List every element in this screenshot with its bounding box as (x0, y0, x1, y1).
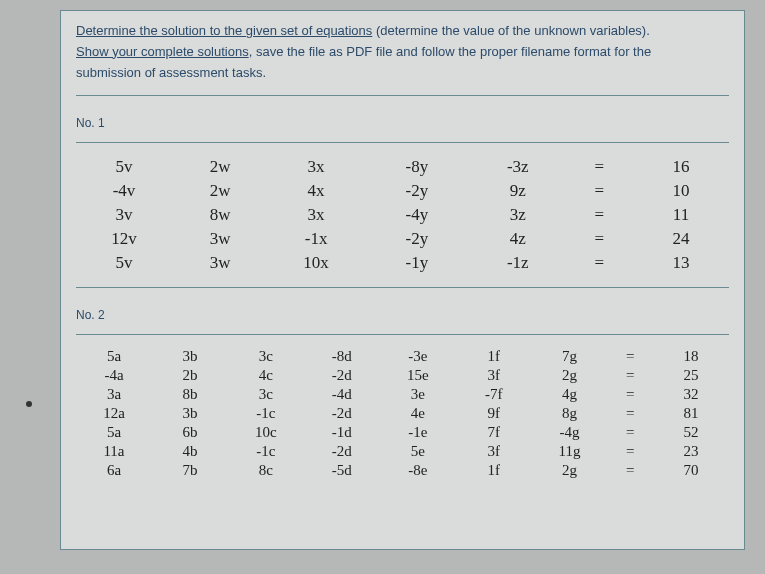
equation-term: 4g (532, 386, 608, 403)
equation-row: -4v2w4x-2y9z=10 (76, 179, 729, 203)
equation-term: 3f (456, 443, 532, 460)
equation-term: 2g (532, 462, 608, 479)
equation-term: 12v (76, 229, 172, 249)
equation-term: 2w (172, 157, 268, 177)
equation-term: -7f (456, 386, 532, 403)
equation-term: 24 (633, 229, 729, 249)
equation-term: 4b (152, 443, 228, 460)
section-2-label: No. 2 (76, 308, 729, 322)
equation-term: 3w (172, 253, 268, 273)
equation-term: -1c (228, 443, 304, 460)
equation-term: -8e (380, 462, 456, 479)
equation-term: -8y (364, 157, 470, 177)
equation-term: 5e (380, 443, 456, 460)
equation-term: 5a (76, 424, 152, 441)
equation-term: 10x (268, 253, 364, 273)
equation-row: 5v3w10x-1y-1z=13 (76, 251, 729, 275)
equation-term: 11 (633, 205, 729, 225)
equation-term: 6a (76, 462, 152, 479)
equation-row: 6a7b8c-5d-8e1f2g=70 (76, 461, 729, 480)
equation-term: -4a (76, 367, 152, 384)
equation-term: 4x (268, 181, 364, 201)
equals-sign: = (608, 405, 654, 422)
equation-term: -1x (268, 229, 364, 249)
equation-term: 3z (470, 205, 566, 225)
separator (76, 287, 729, 288)
equation-term: -2d (304, 405, 380, 422)
instruction-text-2: Show your complete solutions (76, 44, 249, 59)
equation-term: 8b (152, 386, 228, 403)
equation-term: 11g (532, 443, 608, 460)
equation-term: -2y (364, 181, 470, 201)
equation-term: 11a (76, 443, 152, 460)
equation-row: 11a4b-1c-2d5e3f11g=23 (76, 442, 729, 461)
equation-term: 10c (228, 424, 304, 441)
equation-term: 8g (532, 405, 608, 422)
equation-term: 3c (228, 348, 304, 365)
equation-term: 3f (456, 367, 532, 384)
equation-term: 5v (76, 253, 172, 273)
equation-term: 15e (380, 367, 456, 384)
equation-term: -2d (304, 367, 380, 384)
equation-term: 13 (633, 253, 729, 273)
equation-set-1: 5v2w3x-8y-3z=16-4v2w4x-2y9z=103v8w3x-4y3… (76, 155, 729, 275)
equation-term: 3v (76, 205, 172, 225)
equation-term: 2g (532, 367, 608, 384)
equals-sign: = (566, 181, 633, 201)
equation-term: -2d (304, 443, 380, 460)
equation-term: 10 (633, 181, 729, 201)
equation-term: 3e (380, 386, 456, 403)
equation-term: 2w (172, 181, 268, 201)
equals-sign: = (566, 229, 633, 249)
equation-term: 9f (456, 405, 532, 422)
equation-term: 23 (653, 443, 729, 460)
equals-sign: = (608, 348, 654, 365)
equation-row: 5a6b10c-1d-1e7f-4g=52 (76, 423, 729, 442)
equation-term: -4y (364, 205, 470, 225)
equation-term: 8c (228, 462, 304, 479)
equals-sign: = (608, 367, 654, 384)
equation-term: 1f (456, 462, 532, 479)
equation-term: -4d (304, 386, 380, 403)
equation-term: 7g (532, 348, 608, 365)
separator (76, 334, 729, 335)
equation-term: -5d (304, 462, 380, 479)
equation-term: 16 (633, 157, 729, 177)
equation-term: 7f (456, 424, 532, 441)
equation-term: 32 (653, 386, 729, 403)
equation-row: -4a2b4c-2d15e3f2g=25 (76, 366, 729, 385)
equation-term: 7b (152, 462, 228, 479)
equation-term: 52 (653, 424, 729, 441)
equation-term: 3w (172, 229, 268, 249)
equation-term: 8w (172, 205, 268, 225)
equation-term: 81 (653, 405, 729, 422)
equals-sign: = (566, 157, 633, 177)
equation-term: 70 (653, 462, 729, 479)
document-page: Determine the solution to the given set … (60, 10, 745, 550)
equation-term: -2y (364, 229, 470, 249)
instruction-text-3: submission of assessment tasks. (76, 65, 266, 80)
equation-term: 5v (76, 157, 172, 177)
equation-term: 25 (653, 367, 729, 384)
equation-term: -4v (76, 181, 172, 201)
equation-term: 12a (76, 405, 152, 422)
equation-row: 3v8w3x-4y3z=11 (76, 203, 729, 227)
equation-row: 5a3b3c-8d-3e1f7g=18 (76, 347, 729, 366)
equation-term: 3x (268, 205, 364, 225)
equation-term: -1y (364, 253, 470, 273)
equation-row: 12a3b-1c-2d4e9f8g=81 (76, 404, 729, 423)
equals-sign: = (566, 253, 633, 273)
equation-term: 4z (470, 229, 566, 249)
equation-term: -8d (304, 348, 380, 365)
equals-sign: = (608, 386, 654, 403)
equals-sign: = (608, 443, 654, 460)
equation-set-2: 5a3b3c-8d-3e1f7g=18-4a2b4c-2d15e3f2g=253… (76, 347, 729, 480)
equation-term: -3z (470, 157, 566, 177)
equation-row: 5v2w3x-8y-3z=16 (76, 155, 729, 179)
equation-term: 3x (268, 157, 364, 177)
equation-term: 9z (470, 181, 566, 201)
equation-term: -1e (380, 424, 456, 441)
equation-term: 3c (228, 386, 304, 403)
equation-term: 18 (653, 348, 729, 365)
equation-term: -1c (228, 405, 304, 422)
